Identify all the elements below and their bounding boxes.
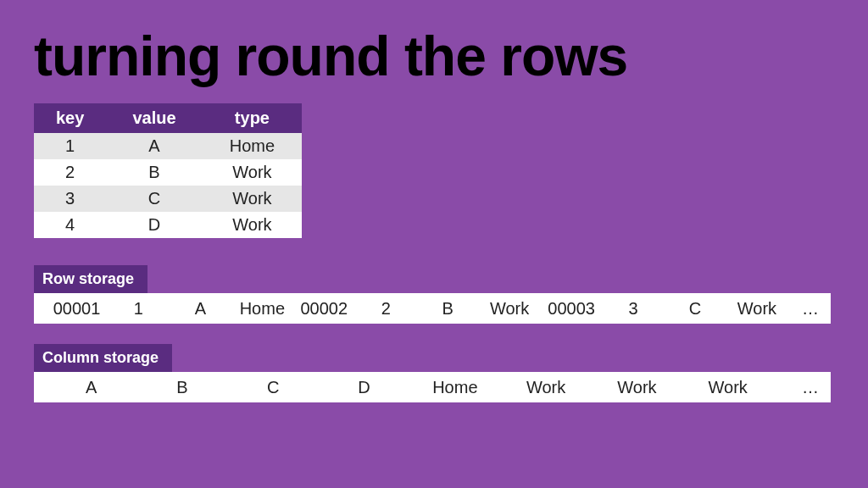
strip-cell: B: [417, 299, 479, 319]
strip-cell: Work: [726, 299, 787, 319]
table-row: 2 B Work: [34, 159, 302, 186]
strip-cell: Home: [231, 299, 293, 319]
strip-cell: 1: [108, 299, 170, 319]
cell-key: 1: [34, 133, 106, 159]
strip-cell: 00001: [46, 299, 108, 319]
table-row: 4 D Work: [34, 212, 302, 238]
strip-cell: Work: [682, 378, 773, 397]
table-row: 3 C Work: [34, 186, 302, 212]
cell-type: Work: [203, 212, 302, 238]
strip-cell: Work: [479, 299, 541, 319]
strip-cell: 2: [355, 299, 417, 319]
col-value-header: value: [106, 103, 203, 133]
cell-type: Work: [203, 159, 302, 186]
page-title: turning round the rows: [34, 0, 834, 103]
cell-key: 4: [34, 212, 106, 238]
cell-type: Work: [203, 186, 302, 212]
col-key-header: key: [34, 103, 106, 133]
cell-type: Home: [203, 133, 302, 159]
cell-key: 3: [34, 186, 106, 212]
strip-ellipsis: …: [787, 299, 818, 319]
strip-cell: Work: [592, 378, 682, 397]
strip-ellipsis: …: [773, 378, 819, 397]
col-type-header: type: [203, 103, 302, 133]
strip-cell: D: [319, 378, 409, 397]
row-storage-strip: 00001 1 A Home 00002 2 B Work 00003 3 C …: [34, 293, 831, 324]
strip-cell: Work: [500, 378, 591, 397]
column-storage-strip: A B C D Home Work Work Work …: [34, 372, 831, 402]
strip-cell: 00003: [541, 299, 603, 319]
strip-cell: 3: [603, 299, 665, 319]
strip-cell: C: [665, 299, 726, 319]
strip-cell: Home: [409, 378, 500, 397]
strip-cell: C: [228, 378, 319, 397]
strip-cell: A: [170, 299, 231, 319]
kv-table: key value type 1 A Home 2 B Work 3 C Wor…: [34, 103, 302, 238]
cell-value: C: [106, 186, 203, 212]
cell-value: A: [106, 133, 203, 159]
strip-cell: 00002: [293, 299, 355, 319]
cell-value: B: [106, 159, 203, 186]
table-row: 1 A Home: [34, 133, 302, 159]
cell-key: 2: [34, 159, 106, 186]
strip-cell: B: [136, 378, 227, 397]
column-storage-label: Column storage: [34, 344, 172, 372]
row-storage-label: Row storage: [34, 265, 147, 293]
table-header-row: key value type: [34, 103, 302, 133]
strip-cell: A: [46, 378, 136, 397]
cell-value: D: [106, 212, 203, 238]
